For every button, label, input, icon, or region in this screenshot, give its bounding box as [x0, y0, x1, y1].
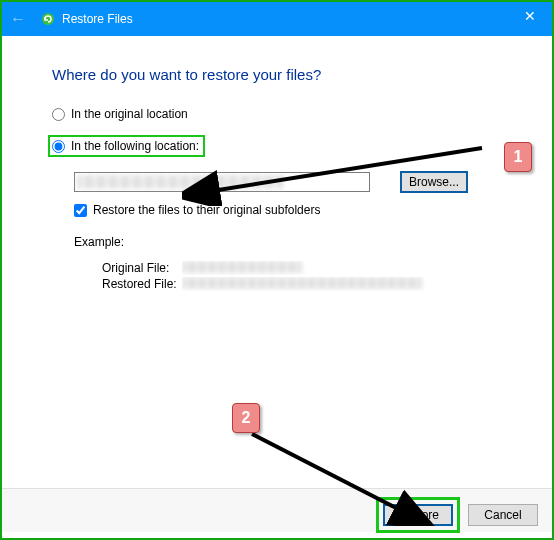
subfolders-checkbox-row[interactable]: Restore the files to their original subf…	[74, 203, 512, 217]
blurred-path-text	[77, 175, 283, 189]
following-location-highlight: In the following location:	[48, 135, 205, 157]
svg-point-0	[42, 13, 54, 25]
footer-bar: Restore Cancel	[2, 488, 552, 532]
radio-original-input[interactable]	[52, 108, 65, 121]
radio-following-input[interactable]	[52, 140, 65, 153]
callout-badge-2: 2	[232, 403, 260, 433]
example-restored-key: Restored File:	[102, 277, 182, 291]
subfolders-checkbox[interactable]	[74, 204, 87, 217]
titlebar: ← Restore Files ✕	[2, 2, 552, 36]
example-restored-value	[182, 277, 512, 291]
window-title: Restore Files	[62, 12, 133, 26]
restore-highlight: Restore	[376, 497, 460, 533]
restore-files-icon	[40, 11, 56, 27]
radio-original-location[interactable]: In the original location	[52, 107, 512, 121]
subfolders-label: Restore the files to their original subf…	[93, 203, 320, 217]
radio-original-label: In the original location	[71, 107, 188, 121]
cancel-button[interactable]: Cancel	[468, 504, 538, 526]
back-arrow-icon: ←	[10, 10, 26, 28]
example-original-key: Original File:	[102, 261, 182, 275]
radio-following-location[interactable]: In the following location:	[52, 139, 199, 153]
callout-badge-1: 1	[504, 142, 532, 172]
path-input[interactable]	[74, 172, 370, 192]
content-area: Where do you want to restore your files?…	[2, 36, 552, 538]
close-icon[interactable]: ✕	[518, 8, 542, 24]
example-heading: Example:	[74, 235, 512, 249]
restore-button[interactable]: Restore	[383, 504, 453, 526]
page-heading: Where do you want to restore your files?	[52, 66, 512, 83]
radio-following-label: In the following location:	[71, 139, 199, 153]
example-original-value	[182, 261, 512, 275]
browse-button[interactable]: Browse...	[400, 171, 468, 193]
example-grid: Original File: Restored File:	[102, 261, 512, 291]
